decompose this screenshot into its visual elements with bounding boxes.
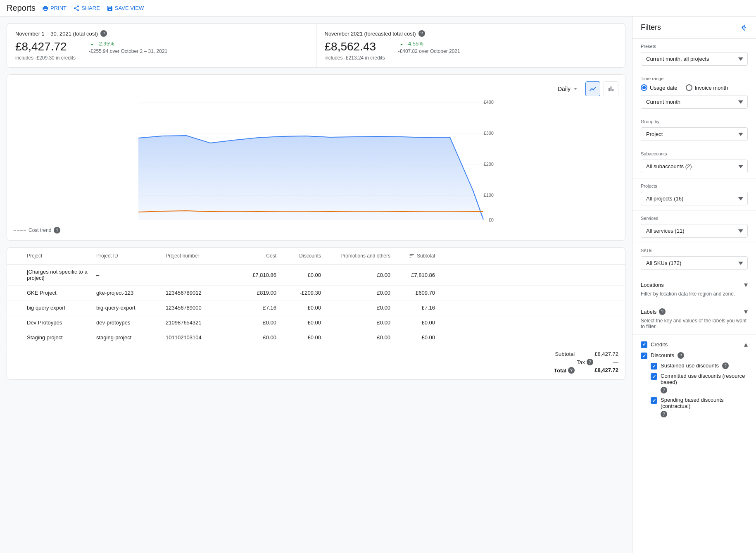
- sustained-use-checkbox[interactable]: [651, 363, 657, 369]
- save-view-button[interactable]: SAVE VIEW: [107, 5, 144, 12]
- table-row: GKE Project gke-project-123 123456789012…: [7, 286, 625, 300]
- services-label: Services: [641, 216, 748, 221]
- invoice-month-radio[interactable]: Invoice month: [686, 84, 728, 91]
- sustained-use-help-icon[interactable]: ?: [722, 362, 729, 369]
- row-discounts: £0.00: [280, 334, 321, 341]
- col-project-number-header: Project number: [166, 253, 232, 259]
- subaccounts-label: Subaccounts: [641, 151, 748, 156]
- locations-toggle[interactable]: Locations ▾: [641, 280, 748, 289]
- committed-use-checkbox[interactable]: [651, 373, 657, 380]
- actual-cost-help-icon[interactable]: ?: [100, 30, 107, 37]
- subaccounts-select[interactable]: All subaccounts (2): [641, 160, 748, 173]
- table-row: big query export big-query-export 123456…: [7, 300, 625, 315]
- filters-collapse-icon[interactable]: [739, 24, 748, 32]
- svg-text:Nov 28: Nov 28: [443, 223, 456, 224]
- print-icon: [42, 5, 49, 12]
- daily-select[interactable]: Daily: [554, 83, 582, 95]
- data-table: Project Project ID Project number Cost D…: [7, 247, 625, 380]
- labels-arrow-icon: ▾: [744, 307, 748, 316]
- subtotal-row: Subtotal £8,427.72: [14, 350, 618, 358]
- projects-select[interactable]: All projects (16): [641, 192, 748, 205]
- row-project-number: 123456789012: [166, 290, 232, 296]
- row-subtotal: £0.00: [394, 334, 435, 341]
- row-cost: £0.00: [235, 334, 276, 341]
- forecast-cost-sub1: includes -£213.24 in credits: [325, 55, 385, 61]
- svg-text:Nov 22: Nov 22: [371, 223, 385, 224]
- group-by-select[interactable]: Project: [641, 127, 748, 141]
- share-button[interactable]: SHARE: [73, 5, 100, 12]
- forecast-cost-help-icon[interactable]: ?: [418, 30, 425, 37]
- group-by-label: Group by: [641, 119, 748, 124]
- svg-text:Nov 12: Nov 12: [252, 223, 265, 224]
- chart-container: Daily £400 £300 £200 £100 £0: [7, 74, 625, 241]
- labels-desc: Select the key and values of the labels …: [641, 318, 748, 329]
- chart-area: £400 £300 £200 £100 £0: [14, 100, 618, 224]
- row-project: big query export: [27, 305, 93, 311]
- actual-cost-sub1: includes -£209.30 in credits: [15, 55, 76, 61]
- print-button[interactable]: PRINT: [42, 5, 67, 12]
- forecast-cost-change: -4.55%: [398, 40, 460, 47]
- table-row: Dev Protoypes dev-protoypes 210987654321…: [7, 315, 625, 330]
- credits-checkbox[interactable]: [641, 341, 647, 348]
- line-chart-button[interactable]: [585, 81, 600, 96]
- skus-label: SKUs: [641, 248, 748, 253]
- row-project: Staging project: [27, 334, 93, 341]
- skus-select[interactable]: All SKUs (172): [641, 256, 748, 270]
- projects-label: Projects: [641, 184, 748, 188]
- actual-cost-sub2: -£255.94 over October 2 – 31, 2021: [89, 48, 167, 54]
- row-cost: £7,810.86: [235, 272, 276, 278]
- current-month-select[interactable]: Current month: [641, 95, 748, 109]
- row-subtotal: £0.00: [394, 319, 435, 326]
- sort-icon[interactable]: [409, 253, 415, 259]
- row-project-id: –: [96, 272, 162, 278]
- summary-card-actual: November 1 – 30, 2021 (total cost) ? £8,…: [7, 24, 316, 67]
- credits-collapse-icon[interactable]: ▴: [744, 340, 748, 349]
- time-range-label: Time range: [641, 76, 748, 81]
- usage-date-label: Usage date: [650, 85, 678, 91]
- forecast-cost-title: November 2021 (forecasted total cost): [325, 31, 416, 37]
- row-project-number: 210987654321: [166, 319, 232, 326]
- subaccounts-section: Subaccounts All subaccounts (2): [632, 146, 756, 179]
- credits-header: Credits ▴: [641, 340, 748, 349]
- discounts-checkbox[interactable]: [641, 353, 647, 359]
- spending-based-checkbox[interactable]: [651, 397, 657, 404]
- usage-date-radio[interactable]: Usage date: [641, 84, 678, 91]
- actual-cost-amount: £8,427.72: [15, 40, 76, 53]
- col-project-header: Project: [27, 253, 93, 259]
- app-header: Reports PRINT SHARE SAVE VIEW: [0, 0, 756, 17]
- tax-help-icon[interactable]: ?: [587, 359, 593, 365]
- committed-use-help-icon[interactable]: ?: [661, 387, 667, 393]
- row-project-number: 101102103104: [166, 334, 232, 341]
- labels-section: Labels ? ▾ Select the key and values of …: [632, 302, 756, 335]
- bar-chart-button[interactable]: [604, 81, 618, 96]
- svg-text:£0: £0: [489, 217, 494, 222]
- row-cost: £7.16: [235, 305, 276, 311]
- col-cost-header: Cost: [235, 253, 276, 259]
- total-help-icon[interactable]: ?: [568, 367, 575, 374]
- bar-chart-icon: [607, 85, 615, 93]
- actual-cost-title: November 1 – 30, 2021 (total cost): [15, 31, 98, 37]
- table-rows-container: [Charges not specific to a project] – £7…: [7, 265, 625, 345]
- invoice-month-radio-circle: [686, 84, 692, 91]
- labels-toggle[interactable]: Labels ? ▾: [641, 307, 748, 316]
- invoice-month-label: Invoice month: [695, 85, 728, 91]
- cost-trend-help-icon[interactable]: ?: [54, 227, 60, 234]
- sustained-use-row: Sustained use discounts ?: [651, 362, 748, 369]
- col-promotions-header: Promotions and others: [324, 253, 390, 259]
- discounts-help-icon[interactable]: ?: [678, 352, 684, 359]
- forecast-cost-amount: £8,562.43: [325, 40, 385, 53]
- spending-based-label: Spending based discounts (contractual): [661, 397, 748, 409]
- total-row: Total ? £8,427.72: [14, 366, 618, 374]
- svg-text:£200: £200: [484, 162, 494, 167]
- subtotal-value: £8,427.72: [594, 351, 618, 357]
- services-select[interactable]: All services (11): [641, 224, 748, 238]
- row-project: [Charges not specific to a project]: [27, 269, 93, 281]
- presets-select[interactable]: Current month, all projects: [641, 52, 748, 66]
- filters-panel: Filters Presets Current month, all proje…: [632, 17, 756, 553]
- svg-text:Nov 2: Nov 2: [133, 223, 144, 224]
- spending-based-help-icon[interactable]: ?: [661, 411, 667, 417]
- projects-section: Projects All projects (16): [632, 179, 756, 211]
- labels-help-icon[interactable]: ?: [659, 308, 666, 315]
- total-value: £8,427.72: [594, 367, 618, 374]
- row-project: Dev Protoypes: [27, 319, 93, 326]
